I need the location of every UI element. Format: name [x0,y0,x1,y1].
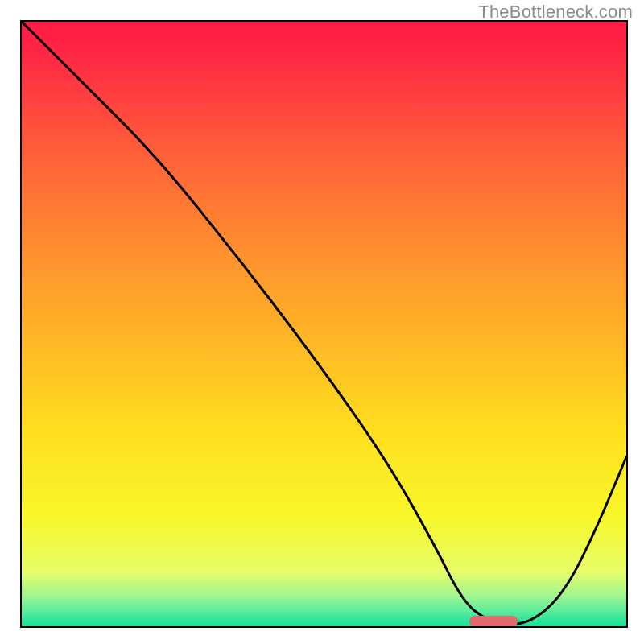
chart-plot-area [20,20,628,628]
optimal-range-marker [469,616,518,627]
curve-path [22,22,626,625]
bottleneck-curve [22,22,626,626]
